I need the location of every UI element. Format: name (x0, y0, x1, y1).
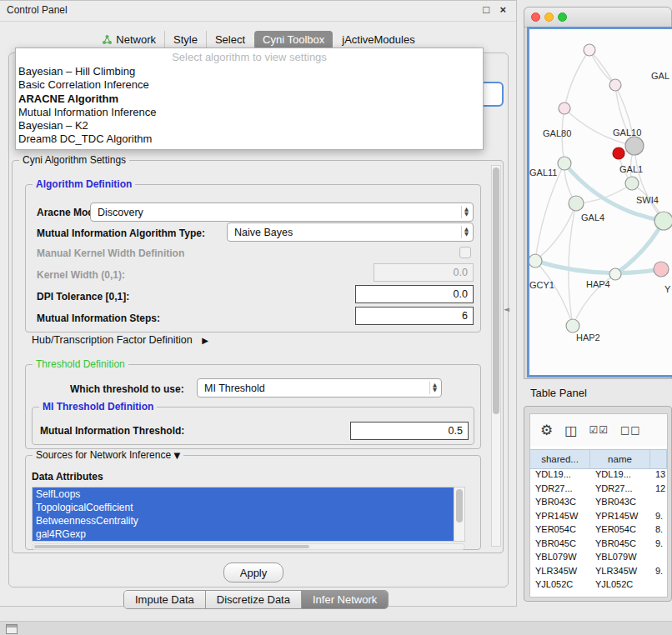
mac-zoom-button[interactable] (558, 12, 567, 22)
data-attributes-list[interactable]: SelfLoopsTopologicalCoefficientBetweenne… (32, 487, 465, 542)
mi-steps-field[interactable]: 6 (355, 307, 474, 325)
network-canvas[interactable]: GALGAL80GAL10GAL11GAL1SWI4GAL4GCY1HAP4YH… (527, 27, 672, 378)
table-cell[interactable]: YDR27... (590, 482, 650, 496)
table-cell[interactable]: YBL079W (530, 550, 590, 564)
attribute-list-item[interactable]: TopologicalCoefficient (33, 501, 454, 514)
splitpane-collapse-icon[interactable]: ◄ (504, 305, 509, 313)
network-node[interactable] (654, 212, 672, 230)
tab-network[interactable]: Network (93, 31, 164, 49)
scrollbar-thumb[interactable] (34, 545, 309, 548)
network-node[interactable] (613, 148, 624, 159)
tab-impute-data[interactable]: Impute Data (124, 591, 205, 608)
table-cell[interactable]: YDR27... (530, 482, 590, 496)
mi-threshold-field[interactable]: 0.5 (350, 422, 469, 440)
network-edge[interactable] (569, 203, 576, 326)
network-node[interactable] (529, 254, 542, 268)
table-cell[interactable]: YLR345W (530, 564, 590, 578)
table-cell[interactable]: YBR043C (530, 495, 590, 509)
tab-style[interactable]: Style (164, 31, 206, 49)
deselect-all-icon[interactable]: □□ (620, 424, 641, 436)
attribute-list-item[interactable]: SelfLoops (33, 488, 454, 501)
close-window-icon[interactable]: × (499, 3, 506, 16)
algorithm-option[interactable]: Mutual Information Inference (16, 106, 483, 119)
network-edge[interactable] (535, 203, 576, 261)
hub-section-toggle[interactable]: Hub/Transcription Factor Definition ▶ (32, 334, 208, 346)
network-node[interactable] (558, 157, 571, 170)
aracne-mode-select[interactable]: Discovery ▲▼ (90, 202, 474, 222)
table-cell[interactable]: 9. (650, 537, 667, 551)
table-cell[interactable]: 12 (650, 482, 667, 496)
network-node[interactable] (609, 268, 621, 280)
algorithm-option[interactable]: Basic Correlation Inference (16, 78, 483, 92)
table-row[interactable]: YPR145WYPR145W9. (530, 509, 667, 523)
tab-discretize-data[interactable]: Discretize Data (205, 591, 301, 608)
mac-close-button[interactable] (531, 12, 540, 22)
algorithm-option[interactable]: ARACNE Algorithm (16, 92, 483, 106)
table-cell[interactable]: YBL079W (590, 550, 650, 564)
table-cell[interactable]: YBR043C (590, 495, 650, 509)
table-cell[interactable] (650, 578, 667, 592)
table-row[interactable]: YBR045CYBR045C9. (530, 537, 667, 551)
gear-icon[interactable]: ⚙ (540, 422, 553, 438)
columns-icon[interactable]: ◫ (564, 422, 577, 438)
table-row[interactable]: YJL052CYJL052C (530, 578, 667, 592)
table-cell[interactable]: YPR145W (590, 509, 650, 523)
table-row[interactable]: YBR043CYBR043C (530, 495, 667, 509)
network-edge[interactable] (564, 163, 664, 221)
network-edge[interactable] (564, 50, 589, 108)
column-header-partial[interactable] (650, 450, 667, 468)
table-cell[interactable] (650, 495, 667, 509)
float-window-icon[interactable]: □ (483, 3, 489, 16)
scrollbar-thumb[interactable] (456, 489, 463, 522)
network-node[interactable] (625, 177, 639, 190)
list-scrollbar[interactable] (454, 488, 464, 541)
network-node[interactable] (584, 44, 595, 56)
kernel-width-field[interactable]: 0.0 (374, 263, 474, 282)
network-node[interactable] (569, 196, 584, 211)
table-row[interactable]: YDR27...YDR27...12 (530, 482, 667, 496)
tab-jactivemodules[interactable]: jActiveModules (333, 31, 423, 49)
column-header-name[interactable]: name (590, 450, 650, 468)
table-cell[interactable]: YDL19... (590, 468, 650, 482)
network-node[interactable] (625, 137, 644, 155)
network-window-titlebar[interactable] (524, 8, 671, 28)
table-cell[interactable]: YBR045C (590, 537, 650, 551)
tab-cyni-toolbox[interactable]: Cyni Toolbox (254, 31, 333, 49)
minimized-panel-icon[interactable] (6, 624, 18, 634)
list-hscrollbar[interactable] (32, 543, 465, 550)
table-cell[interactable]: YDL19... (530, 468, 590, 482)
tab-select[interactable]: Select (206, 31, 253, 49)
table-cell[interactable]: YER054C (590, 522, 650, 537)
table-cell[interactable] (650, 550, 667, 564)
select-all-icon[interactable]: ☑☑ (589, 424, 609, 436)
manual-kernel-checkbox[interactable] (459, 247, 471, 258)
dpi-tolerance-field[interactable]: 0.0 (355, 285, 474, 303)
table-cell[interactable]: 13 (650, 468, 667, 482)
network-edge[interactable] (535, 163, 564, 261)
table-cell[interactable]: 9. (650, 509, 667, 523)
table-row[interactable]: YBL079WYBL079W (530, 550, 667, 564)
table-cell[interactable]: YLR345W (590, 564, 650, 578)
scrollbar-thumb[interactable] (493, 168, 499, 414)
which-threshold-select[interactable]: MI Threshold ▲▼ (197, 378, 442, 398)
attribute-list-item[interactable]: BetweennessCentrality (33, 514, 454, 528)
table-cell[interactable]: YPR145W (530, 509, 590, 523)
table-cell[interactable]: 8. (650, 522, 667, 537)
sources-group-title[interactable]: Sources for Network Inference ▼ (33, 449, 183, 461)
algorithm-option[interactable]: Dream8 DC_TDC Algorithm (16, 132, 483, 146)
control-panel-titlebar[interactable]: Control Panel □ × (0, 1, 516, 22)
table-cell[interactable]: YJL052C (590, 578, 650, 592)
apply-button[interactable]: Apply (223, 562, 283, 582)
tab-infer-network[interactable]: Infer Network (301, 591, 388, 608)
mi-type-select[interactable]: Naive Bayes ▲▼ (227, 222, 474, 242)
table-row[interactable]: YLR345WYLR345W9. (530, 564, 667, 578)
mac-minimize-button[interactable] (544, 12, 554, 22)
table-cell[interactable]: 9. (650, 564, 667, 578)
table-row[interactable]: YDL19...YDL19...13 (530, 468, 667, 482)
network-node[interactable] (609, 79, 621, 91)
network-edge[interactable] (535, 261, 661, 273)
column-header-shared-name[interactable]: shared... (530, 450, 590, 468)
table-row[interactable]: YER054CYER054C8. (530, 522, 667, 537)
table-cell[interactable]: YJL052C (530, 578, 590, 592)
attribute-list-item[interactable]: gal4RGexp (33, 528, 454, 541)
